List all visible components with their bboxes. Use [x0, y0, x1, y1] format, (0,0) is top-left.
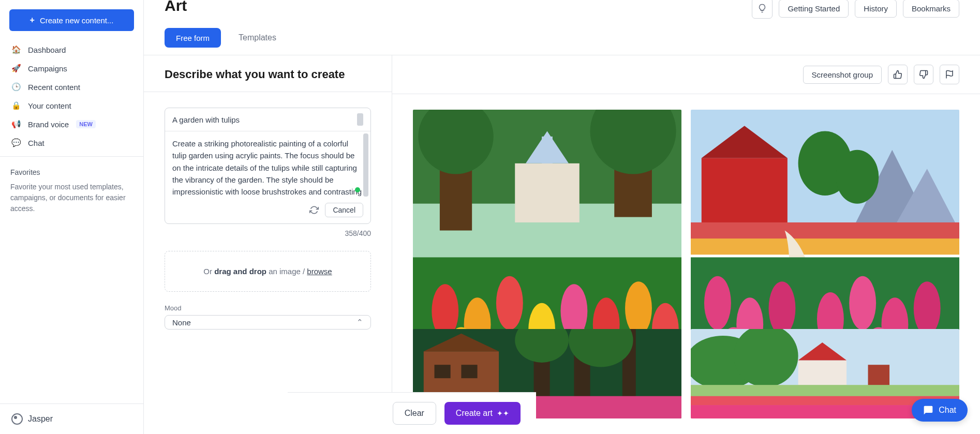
tab-templates[interactable]: Templates [236, 28, 278, 48]
drop-zone[interactable]: Or drag and drop an image / browse [165, 251, 371, 292]
svg-rect-25 [702, 158, 788, 222]
favorites-section: Favorites Favorite your most used templa… [0, 161, 143, 221]
svg-rect-8 [542, 137, 553, 163]
create-art-button[interactable]: Create art ✦✦ [444, 402, 521, 425]
mood-label: Mood [165, 304, 371, 312]
browse-link[interactable]: browse [307, 267, 332, 276]
svg-rect-30 [691, 238, 959, 255]
svg-point-16 [625, 281, 652, 335]
lock-icon: 🔒 [11, 101, 21, 110]
tab-free-form[interactable]: Free form [165, 28, 221, 48]
svg-rect-6 [515, 163, 580, 222]
divider [0, 156, 143, 157]
svg-point-34 [769, 281, 796, 335]
chat-bubble-button[interactable]: Chat [912, 399, 968, 422]
chat-label: Chat [939, 406, 956, 415]
char-count: 358/400 [165, 229, 371, 237]
mood-value: None [172, 318, 191, 327]
clock-icon: 🕒 [11, 82, 21, 92]
refresh-icon[interactable] [309, 205, 319, 215]
plus-icon: + [30, 16, 35, 25]
new-badge: NEW [76, 120, 96, 128]
action-bar: Clear Create art ✦✦ [288, 392, 536, 434]
getting-started-button[interactable]: Getting Started [779, 0, 849, 18]
page-title: Art [165, 0, 187, 14]
main: Art Getting Started History Bookmarks Fr… [144, 0, 980, 434]
megaphone-icon: 📢 [11, 119, 21, 129]
chat-icon: 💬 [11, 138, 21, 147]
tabs: Free form Templates [144, 19, 980, 55]
lightbulb-icon [758, 4, 767, 13]
thumbs-up-button[interactable] [888, 65, 908, 84]
form-area: A garden with tulips Create a striking p… [144, 92, 392, 340]
sidebar: + Create new content... 🏠 Dashboard 🚀 Ca… [0, 0, 144, 434]
svg-point-38 [914, 281, 941, 335]
create-art-label: Create art [456, 409, 493, 418]
svg-point-12 [496, 276, 523, 330]
scrollbar-thumb[interactable] [363, 133, 368, 197]
sidebar-item-label: Your content [28, 101, 71, 110]
prompt-box: A garden with tulips Create a striking p… [165, 108, 371, 224]
cancel-button[interactable]: Cancel [325, 203, 363, 217]
sidebar-item-brand-voice[interactable]: 📢 Brand voice NEW [3, 115, 140, 133]
clear-button[interactable]: Clear [393, 402, 436, 425]
svg-point-28 [836, 150, 879, 204]
drop-bold: drag and drop [214, 267, 266, 276]
thumbs-down-button[interactable] [914, 65, 933, 84]
svg-rect-51 [435, 365, 451, 378]
flag-button[interactable] [940, 65, 959, 84]
sparkle-icon: ✦✦ [497, 409, 509, 417]
sidebar-item-chat[interactable]: 💬 Chat [3, 133, 140, 152]
create-content-button[interactable]: + Create new content... [9, 9, 134, 31]
sidebar-item-label: Brand voice [28, 120, 69, 129]
sidebar-item-label: Chat [28, 139, 44, 147]
sidebar-item-label: Dashboard [28, 46, 66, 54]
logo-label: Jasper [28, 414, 53, 424]
chevron-up-icon: ⌃ [357, 318, 363, 327]
prompt-footer: Cancel [165, 199, 370, 223]
bookmarks-button[interactable]: Bookmarks [903, 0, 959, 18]
topbar: Art Getting Started History Bookmarks [144, 0, 980, 19]
svg-point-32 [704, 276, 731, 330]
thumbs-down-icon [919, 70, 928, 79]
svg-rect-58 [798, 361, 847, 387]
prompt-body[interactable]: Create a striking photorealistic paintin… [165, 131, 370, 199]
sidebar-item-campaigns[interactable]: 🚀 Campaigns [3, 59, 140, 78]
drop-mid: an image / [266, 267, 307, 276]
sidebar-footer[interactable]: Jasper [0, 403, 143, 434]
gallery [392, 94, 980, 434]
history-button[interactable]: History [855, 0, 897, 18]
prompt-text: Create a striking photorealistic paintin… [172, 139, 362, 199]
prompt-title-row[interactable]: A garden with tulips [165, 108, 370, 131]
flag-icon [945, 70, 954, 79]
screenshot-group-button[interactable]: Screenshot group [803, 66, 882, 84]
prompt-title: A garden with tulips [172, 115, 353, 124]
chat-icon [923, 405, 933, 415]
top-actions: Getting Started History Bookmarks [752, 0, 959, 19]
results-header: Screenshot group [392, 55, 980, 94]
sidebar-item-dashboard[interactable]: 🏠 Dashboard [3, 40, 140, 59]
sidebar-item-label: Campaigns [28, 64, 67, 73]
section-heading: Describe what you want to create [144, 55, 392, 92]
jasper-logo-icon [11, 413, 23, 425]
sidebar-item-your-content[interactable]: 🔒 Your content [3, 96, 140, 115]
svg-point-36 [849, 276, 876, 330]
favorites-text: Favorite your most used templates, campa… [10, 182, 133, 214]
sidebar-item-label: Recent content [28, 83, 80, 92]
rocket-icon: 🚀 [11, 64, 21, 73]
svg-rect-52 [461, 365, 477, 378]
right-panel: Screenshot group [392, 55, 980, 434]
thumbs-up-icon [893, 70, 902, 79]
scrollbar-thumb[interactable] [357, 113, 363, 126]
favorites-title: Favorites [10, 168, 133, 176]
mood-select[interactable]: None ⌃ [165, 315, 371, 330]
lightbulb-button[interactable] [752, 0, 773, 19]
content-split: Describe what you want to create A garde… [144, 55, 980, 434]
svg-rect-60 [868, 365, 890, 387]
sidebar-item-recent[interactable]: 🕒 Recent content [3, 78, 140, 96]
streaming-indicator-icon [355, 187, 360, 192]
create-content-label: Create new content... [40, 16, 114, 25]
left-panel: Describe what you want to create A garde… [144, 55, 392, 434]
drop-prefix: Or [203, 267, 214, 276]
home-icon: 🏠 [11, 45, 21, 54]
